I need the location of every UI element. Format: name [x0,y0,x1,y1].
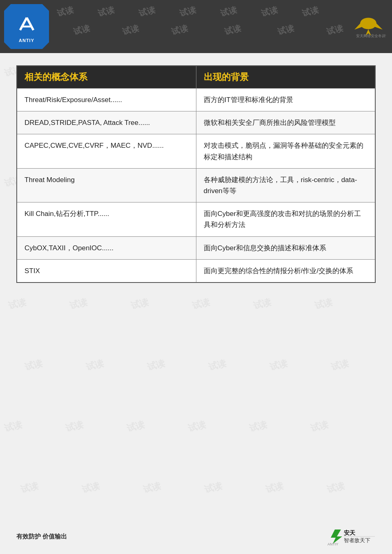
svg-text:安天: 安天 [343,530,356,536]
footer-right: 安天 智者敌天下 ANTIY [327,527,376,546]
header-right-logo: 安天网络安全冬训营第四届 [351,16,386,38]
watermark: 试读 [276,22,295,37]
svg-text:智者敌天下: 智者敌天下 [344,537,370,543]
table-cell-left: Threat Modeling [17,168,196,202]
table-cell-left: Kill Chain,钻石分析,TTP...... [17,202,196,236]
watermark: 试读 [170,22,189,37]
table-header-row: 相关的概念体系 出现的背景 [17,66,375,89]
table-row: CybOX,TAXII，OpenIOC......面向Cyber和信息交换的描述… [17,236,375,259]
header: ANTIY 试读 试读 试读 试读 试读 试读 试读 试读 试读 试读 试读 试… [0,0,392,53]
watermark: 试读 [72,22,91,37]
watermark: 试读 [121,22,140,37]
watermark: 试读 [138,4,156,19]
col2-header: 出现的背景 [196,66,375,89]
header-watermarks: 试读 试读 试读 试读 试读 试读 试读 试读 试读 试读 试读 试读 试读 [49,0,392,53]
table-row: DREAD,STRIDE,PASTA, Attack Tree......微软和… [17,111,375,134]
logo-text: ANTIY [19,38,34,43]
watermark: 试读 [219,4,238,19]
svg-text:安天网络安全冬训营第四届: 安天网络安全冬训营第四届 [356,34,386,38]
watermark: 试读 [97,4,116,19]
watermark: 试读 [301,4,320,19]
footer-logo: 安天 智者敌天下 ANTIY [327,527,376,546]
svg-text:ANTIY: ANTIY [327,542,339,546]
table-cell-right: 面向更完整的综合性的情报分析/作业/交换的体系 [196,259,375,283]
footer: 有效防护 价值输出 安天 智者敌天下 ANTIY [0,527,392,546]
watermark: 试读 [260,4,279,19]
table-cell-left: DREAD,STRIDE,PASTA, Attack Tree...... [17,111,196,134]
table-cell-right: 微软和相关安全厂商所推出的风险管理模型 [196,111,375,134]
table-row: STIX面向更完整的综合性的情报分析/作业/交换的体系 [17,259,375,283]
right-logo-icon: 安天网络安全冬训营第四届 [351,16,386,38]
table-cell-left: STIX [17,259,196,283]
antiy-logo-icon [13,11,40,37]
table-cell-right: 西方的IT管理和标准化的背景 [196,89,375,111]
watermark: 试读 [223,22,242,37]
svg-marker-9 [331,530,342,544]
table-cell-right: 面向Cyber和更高强度的攻击和对抗的场景的分析工具和分析方法 [196,202,375,236]
main-table: 相关的概念体系 出现的背景 Threat/Risk/Exposure/Asset… [16,65,376,283]
svg-point-4 [360,18,376,29]
col1-header: 相关的概念体系 [17,66,196,89]
watermark: 试读 [56,4,75,19]
svg-marker-0 [16,11,38,36]
table-cell-right: 各种威胁建模的方法论，工具，risk-centric，data-driven等等 [196,168,375,202]
table-cell-left: CybOX,TAXII，OpenIOC...... [17,236,196,259]
table-row: Kill Chain,钻石分析,TTP......面向Cyber和更高强度的攻击… [17,202,375,236]
table-row: Threat/Risk/Exposure/Asset......西方的IT管理和… [17,89,375,111]
watermark: 试读 [178,4,197,19]
logo-box: ANTIY [4,4,49,49]
table-cell-left: CAPEC,CWE,CVE,CVRF，MAEC，NVD...... [17,134,196,168]
table-row: CAPEC,CWE,CVE,CVRF，MAEC，NVD......对攻击模式，脆… [17,134,375,168]
footer-left-text: 有效防护 价值输出 [16,533,67,541]
watermark: 试读 [325,22,344,37]
table-cell-left: Threat/Risk/Exposure/Asset...... [17,89,196,111]
main-content: 相关的概念体系 出现的背景 Threat/Risk/Exposure/Asset… [16,65,376,283]
table-cell-right: 对攻击模式，脆弱点，漏洞等各种基础的安全元素的标定和描述结构 [196,134,375,168]
table-row: Threat Modeling各种威胁建模的方法论，工具，risk-centri… [17,168,375,202]
table-cell-right: 面向Cyber和信息交换的描述和标准体系 [196,236,375,259]
